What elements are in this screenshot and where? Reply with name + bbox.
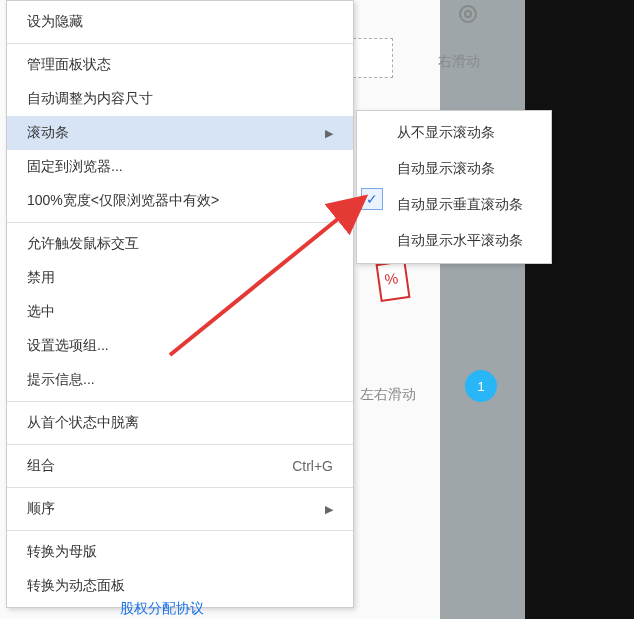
menu-separator <box>7 444 353 445</box>
menu-separator <box>7 43 353 44</box>
menu-label: 管理面板状态 <box>27 56 111 74</box>
menu-label: 禁用 <box>27 269 55 287</box>
submenu-label: 从不显示滚动条 <box>397 124 495 140</box>
menu-label: 转换为母版 <box>27 543 97 561</box>
chevron-right-icon: ▶ <box>325 503 333 516</box>
menu-label: 自动调整为内容尺寸 <box>27 90 153 108</box>
submenu-never-show[interactable]: 从不显示滚动条 <box>357 115 551 151</box>
menu-label: 顺序 <box>27 500 55 518</box>
svg-point-1 <box>465 11 471 17</box>
menu-separator <box>7 530 353 531</box>
bottom-link[interactable]: 股权分配协议 <box>120 600 204 618</box>
menu-break-away[interactable]: 从首个状态中脱离 <box>7 406 353 440</box>
submenu-auto-vertical[interactable]: 自动显示垂直滚动条 <box>357 187 551 223</box>
submenu-label: 自动显示滚动条 <box>397 160 495 176</box>
menu-selected[interactable]: 选中 <box>7 295 353 329</box>
menu-label: 设置选项组... <box>27 337 109 355</box>
slide-label: 左右滑动 <box>360 386 416 404</box>
menu-shortcut: Ctrl+G <box>292 458 333 474</box>
menu-group[interactable]: 组合 Ctrl+G <box>7 449 353 483</box>
background-dashed-box <box>353 38 393 78</box>
background-dark-strip <box>524 0 634 619</box>
badge-number: 1 <box>477 379 484 394</box>
context-menu: 设为隐藏 管理面板状态 自动调整为内容尺寸 滚动条 ▶ 固定到浏览器... 10… <box>6 0 354 608</box>
menu-scrollbar[interactable]: 滚动条 ▶ <box>7 116 353 150</box>
menu-convert-master[interactable]: 转换为母版 <box>7 535 353 569</box>
menu-label: 转换为动态面板 <box>27 577 125 595</box>
chevron-right-icon: ▶ <box>325 127 333 140</box>
menu-fit-content[interactable]: 自动调整为内容尺寸 <box>7 82 353 116</box>
menu-convert-dynamic[interactable]: 转换为动态面板 <box>7 569 353 603</box>
menu-label: 从首个状态中脱离 <box>27 414 139 432</box>
menu-separator <box>7 222 353 223</box>
menu-label: 滚动条 <box>27 124 69 142</box>
menu-label: 提示信息... <box>27 371 95 389</box>
menu-option-group[interactable]: 设置选项组... <box>7 329 353 363</box>
menu-separator <box>7 401 353 402</box>
background-gray-panel <box>440 0 525 619</box>
menu-label: 组合 <box>27 457 55 475</box>
menu-separator <box>7 487 353 488</box>
menu-manage-panel-state[interactable]: 管理面板状态 <box>7 48 353 82</box>
submenu-auto-horizontal[interactable]: 自动显示水平滚动条 <box>357 223 551 259</box>
menu-set-hidden[interactable]: 设为隐藏 <box>7 5 353 39</box>
menu-label: 允许触发鼠标交互 <box>27 235 139 253</box>
menu-order[interactable]: 顺序 ▶ <box>7 492 353 526</box>
page-badge: 1 <box>465 370 497 402</box>
slide-label-top: 右滑动 <box>438 53 480 71</box>
menu-label: 设为隐藏 <box>27 13 83 31</box>
svg-point-0 <box>460 6 476 22</box>
menu-allow-mouse[interactable]: 允许触发鼠标交互 <box>7 227 353 261</box>
menu-disable[interactable]: 禁用 <box>7 261 353 295</box>
menu-label: 固定到浏览器... <box>27 158 123 176</box>
gear-icon <box>456 2 480 26</box>
coupon-icon <box>376 260 411 302</box>
menu-label: 选中 <box>27 303 55 321</box>
submenu-auto-show[interactable]: 自动显示滚动条 <box>357 151 551 187</box>
submenu-label: 自动显示垂直滚动条 <box>397 196 523 212</box>
checkmark-icon: ✓ <box>361 188 383 210</box>
submenu-label: 自动显示水平滚动条 <box>397 232 523 248</box>
menu-tooltip[interactable]: 提示信息... <box>7 363 353 397</box>
menu-label: 100%宽度<仅限浏览器中有效> <box>27 192 219 210</box>
menu-100-width[interactable]: 100%宽度<仅限浏览器中有效> <box>7 184 353 218</box>
menu-pin-browser[interactable]: 固定到浏览器... <box>7 150 353 184</box>
scrollbar-submenu: 从不显示滚动条 自动显示滚动条 自动显示垂直滚动条 自动显示水平滚动条 <box>356 110 552 264</box>
